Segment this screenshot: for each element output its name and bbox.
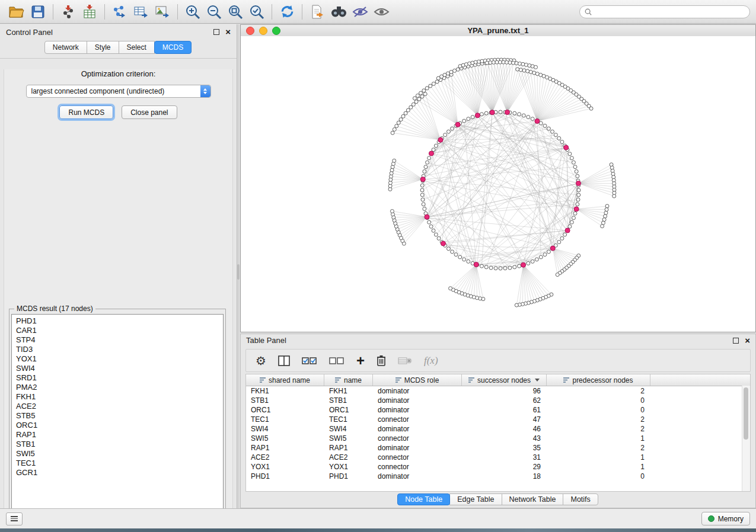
network-title: YPA_prune.txt_1	[467, 26, 528, 35]
result-node-item[interactable]: ORC1	[16, 421, 223, 430]
search-input[interactable]	[595, 7, 745, 17]
save-icon[interactable]	[27, 2, 49, 21]
window-minimize-icon[interactable]	[259, 27, 267, 35]
export-network-icon[interactable]	[109, 2, 130, 21]
table-cell: ORC1	[324, 405, 373, 415]
window-zoom-icon[interactable]	[272, 27, 280, 35]
memory-button[interactable]: Memory	[701, 512, 750, 525]
result-node-item[interactable]: STB5	[16, 411, 223, 421]
result-node-item[interactable]: SWI4	[16, 364, 223, 373]
table-scrollbar[interactable]	[742, 386, 750, 491]
result-node-item[interactable]: YOX1	[16, 354, 223, 364]
column-header-name[interactable]: name	[324, 374, 373, 386]
control-panel: Control Panel × NetworkStyleSelectMCDS O…	[0, 24, 237, 508]
tab-node-table[interactable]: Node Table	[397, 493, 450, 505]
zoom-selected-icon[interactable]	[246, 2, 267, 21]
result-node-item[interactable]: RAP1	[16, 430, 223, 440]
table-cell: 0	[547, 396, 650, 405]
table-cell: 2	[547, 424, 650, 434]
import-network-icon[interactable]	[58, 2, 79, 21]
splitter-grip-icon[interactable]	[237, 264, 240, 280]
function-builder-icon[interactable]: f(x)	[424, 353, 438, 368]
float-table-panel-icon[interactable]	[733, 338, 739, 344]
tab-mcds[interactable]: MCDS	[154, 41, 192, 54]
result-node-item[interactable]: TID3	[16, 345, 223, 354]
search-box[interactable]	[579, 5, 750, 18]
table-row[interactable]: ORC1ORC1dominator610	[246, 405, 750, 415]
tab-network-table[interactable]: Network Table	[502, 493, 564, 505]
add-row-icon[interactable]: +	[356, 353, 365, 368]
table-row[interactable]: SWI5SWI5connector431	[246, 434, 750, 443]
result-node-item[interactable]: STB1	[16, 440, 223, 449]
mcds-result-fieldset: MCDS result (17 nodes) PHD1CAR1STP4TID3Y…	[9, 309, 226, 528]
table-row[interactable]: TEC1TEC1connector472	[246, 415, 750, 424]
table-cell: STB1	[246, 396, 324, 405]
network-titlebar[interactable]: YPA_prune.txt_1	[241, 25, 755, 37]
table-cell: 35	[462, 443, 547, 453]
result-node-item[interactable]: SWI5	[16, 449, 223, 459]
table-row[interactable]: ACE2ACE2connector311	[246, 453, 750, 462]
table-row[interactable]: RAP1RAP1dominator352	[246, 443, 750, 453]
table-cell: dominator	[373, 472, 462, 481]
open-file-icon[interactable]	[6, 2, 27, 21]
result-node-item[interactable]: STP4	[16, 335, 223, 345]
table-row[interactable]: STB1STB1dominator620	[246, 396, 750, 405]
table-row[interactable]: SWI4SWI4dominator462	[246, 424, 750, 434]
network-canvas[interactable]	[241, 36, 755, 332]
result-node-item[interactable]: SRD1	[16, 373, 223, 383]
select-all-columns-icon[interactable]	[302, 353, 317, 368]
scrollbar-thumb[interactable]	[744, 387, 748, 440]
zoom-fit-icon[interactable]	[225, 2, 246, 21]
result-node-item[interactable]: PMA2	[16, 383, 223, 392]
refresh-icon[interactable]	[276, 2, 298, 21]
clear-entries-icon[interactable]	[398, 353, 412, 368]
settings-gear-icon[interactable]: ⚙	[256, 353, 266, 368]
column-header-MCDS-role[interactable]: MCDS role	[373, 374, 462, 386]
show-graphics-details-icon[interactable]	[371, 2, 392, 21]
result-node-item[interactable]: TEC1	[16, 459, 223, 468]
toolbar-separator	[302, 4, 302, 20]
criterion-dropdown[interactable]: largest connected component (undirected)	[26, 85, 211, 98]
result-node-item[interactable]: GCR1	[16, 468, 223, 477]
result-node-item[interactable]: CAR1	[16, 326, 223, 335]
tab-style[interactable]: Style	[87, 41, 119, 54]
table-row[interactable]: PHD1PHD1dominator180	[246, 472, 750, 481]
run-mcds-button[interactable]: Run MCDS	[59, 105, 113, 119]
result-node-item[interactable]: PHD1	[16, 316, 223, 326]
mcds-result-list[interactable]: PHD1CAR1STP4TID3YOX1SWI4SRD1PMA2FKH1ACE2…	[11, 314, 224, 528]
column-header-predecessor-nodes[interactable]: predecessor nodes	[547, 374, 650, 386]
window-close-icon[interactable]	[246, 27, 254, 35]
share-document-icon[interactable]	[307, 2, 328, 21]
import-table-icon[interactable]	[79, 2, 100, 21]
table-cell: connector	[373, 462, 462, 472]
search-network-icon[interactable]	[328, 2, 349, 21]
close-panel-icon[interactable]: ×	[225, 29, 231, 35]
show-columns-icon[interactable]	[278, 353, 290, 368]
table-row[interactable]: YOX1YOX1connector291	[246, 462, 750, 472]
tab-motifs[interactable]: Motifs	[563, 493, 598, 505]
close-table-panel-icon[interactable]: ×	[745, 338, 750, 344]
panel-splitter[interactable]	[237, 24, 240, 508]
tab-network[interactable]: Network	[44, 41, 87, 54]
network-graph[interactable]	[241, 36, 755, 332]
zoom-out-icon[interactable]	[203, 2, 225, 21]
tab-edge-table[interactable]: Edge Table	[449, 493, 502, 505]
result-node-item[interactable]: FKH1	[16, 392, 223, 402]
close-panel-button[interactable]: Close panel	[122, 105, 177, 119]
float-panel-icon[interactable]	[213, 29, 219, 35]
deselect-all-columns-icon[interactable]	[329, 353, 344, 368]
table-cell: SWI5	[246, 434, 324, 443]
delete-row-icon[interactable]	[377, 353, 386, 368]
hide-graphics-details-icon[interactable]	[349, 2, 371, 21]
column-header-shared-name[interactable]: shared name	[246, 374, 324, 386]
table-cell: 31	[462, 453, 547, 462]
export-table-icon[interactable]	[130, 2, 152, 21]
tab-select[interactable]: Select	[119, 41, 155, 54]
export-image-icon[interactable]	[152, 2, 173, 21]
column-header-successor-nodes[interactable]: successor nodes	[462, 374, 547, 386]
result-node-item[interactable]: ACE2	[16, 402, 223, 411]
table-row[interactable]: FKH1FKH1dominator962	[246, 386, 750, 396]
panel-menu-button[interactable]	[6, 512, 23, 525]
zoom-in-icon[interactable]	[182, 2, 203, 21]
table-cell: ACE2	[246, 453, 324, 462]
